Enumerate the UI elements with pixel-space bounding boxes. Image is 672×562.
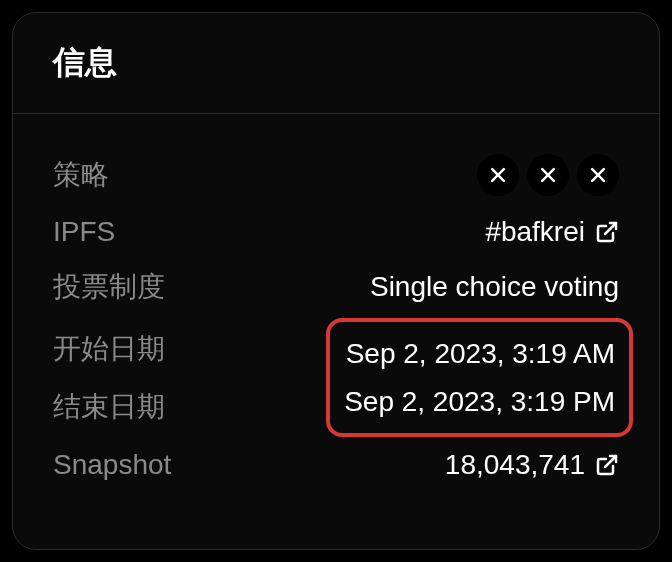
ipfs-label: IPFS <box>53 216 115 248</box>
strategy-value <box>477 154 619 196</box>
external-link-icon <box>595 453 619 477</box>
voting-system-row: 投票制度 Single choice voting <box>53 268 619 306</box>
snapshot-row: Snapshot 18,043,741 <box>53 449 619 481</box>
strategy-row: 策略 <box>53 154 619 196</box>
voting-system-label: 投票制度 <box>53 268 165 306</box>
end-date-value: Sep 2, 2023, 3:19 PM <box>344 378 615 426</box>
end-date-label: 结束日期 <box>53 388 165 426</box>
snapshot-label: Snapshot <box>53 449 171 481</box>
strategy-x-icon[interactable] <box>577 154 619 196</box>
start-date-label: 开始日期 <box>53 330 165 368</box>
start-date-value: Sep 2, 2023, 3:19 AM <box>344 330 615 378</box>
info-panel: 信息 策略 <box>12 12 660 550</box>
dates-highlight: Sep 2, 2023, 3:19 AM Sep 2, 2023, 3:19 P… <box>326 318 633 437</box>
ipfs-row: IPFS #bafkrei <box>53 216 619 248</box>
strategy-x-icon[interactable] <box>527 154 569 196</box>
dates-container: 开始日期 结束日期 Sep 2, 2023, 3:19 AM Sep 2, 20… <box>53 326 619 429</box>
strategy-x-icon[interactable] <box>477 154 519 196</box>
ipfs-value[interactable]: #bafkrei <box>485 216 619 248</box>
strategy-icons <box>477 154 619 196</box>
snapshot-value[interactable]: 18,043,741 <box>445 449 619 481</box>
panel-header: 信息 <box>13 13 659 114</box>
date-labels: 开始日期 结束日期 <box>53 330 165 426</box>
panel-content: 策略 <box>13 114 659 511</box>
ipfs-hash: #bafkrei <box>485 216 585 248</box>
external-link-icon <box>595 220 619 244</box>
voting-system-value: Single choice voting <box>370 271 619 303</box>
svg-line-7 <box>605 456 616 467</box>
strategy-label: 策略 <box>53 156 109 194</box>
snapshot-number: 18,043,741 <box>445 449 585 481</box>
panel-title: 信息 <box>53 41 619 85</box>
svg-line-6 <box>605 223 616 234</box>
